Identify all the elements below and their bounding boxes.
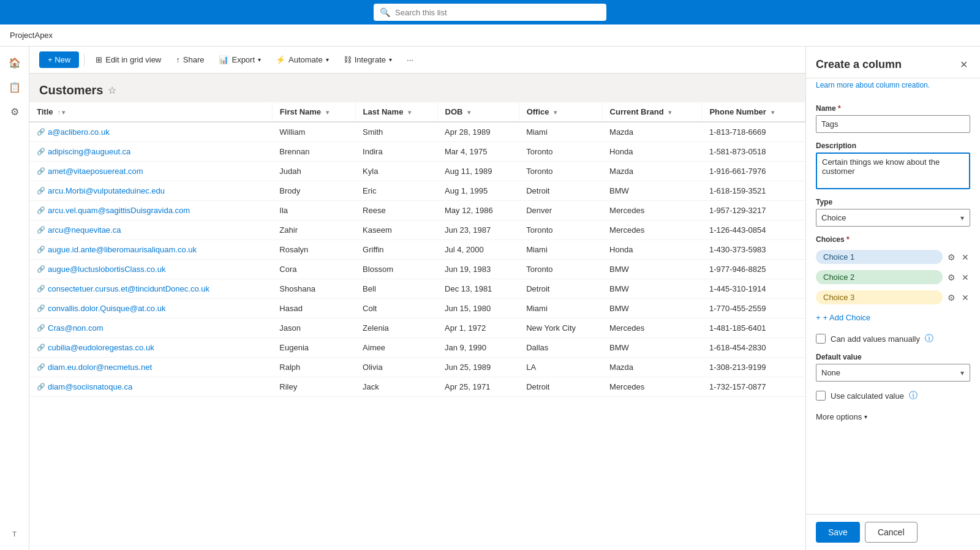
cancel-button[interactable]: Cancel — [865, 522, 918, 543]
title-link[interactable]: amet@vitaeposuereat.com — [48, 167, 143, 176]
search-input[interactable] — [395, 8, 600, 17]
col-phone-number[interactable]: Phone Number ▾ — [702, 102, 805, 122]
choice-settings-btn-1[interactable]: ⚙ — [946, 251, 957, 263]
export-button[interactable]: 📊 Export ▾ — [213, 51, 267, 68]
title-link[interactable]: augue.id.ante@liberomaurisaliquam.co.uk — [48, 245, 197, 254]
panel-close-button[interactable]: ✕ — [957, 56, 970, 73]
choice-input-2[interactable] — [816, 270, 943, 284]
table-container[interactable]: Title ↑▾ First Name ▾ Last Name ▾ DOB ▾ … — [29, 102, 805, 550]
content-area: + New ⊞ Edit in grid view ↑ Share 📊 Expo… — [29, 47, 805, 550]
sort-icon: ↑ — [58, 109, 61, 116]
choice-remove-btn-3[interactable]: ✕ — [960, 292, 970, 304]
cell-title: 🔗 augue.id.ante@liberomaurisaliquam.co.u… — [29, 240, 272, 260]
col-last-name[interactable]: Last Name ▾ — [355, 102, 437, 122]
cell-current-brand: Mercedes — [602, 201, 702, 220]
cell-office: Detroit — [519, 377, 602, 397]
title-link[interactable]: convallis.dolor.Quisque@at.co.uk — [48, 304, 165, 313]
sort-icon-fn: ▾ — [326, 109, 329, 116]
cell-office: LA — [519, 358, 602, 377]
row-link-icon: 🔗 — [37, 363, 45, 371]
cell-office: Dallas — [519, 338, 602, 358]
edit-grid-button[interactable]: ⊞ Edit in grid view — [89, 51, 167, 68]
sidebar-home-icon[interactable]: 🏠 — [4, 51, 26, 73]
table-row: 🔗 convallis.dolor.Quisque@at.co.uk Hasad… — [29, 299, 805, 318]
use-calculated-info-icon[interactable]: ⓘ — [909, 390, 918, 401]
title-link[interactable]: arcu.vel.quam@sagittisDuisgravida.com — [48, 206, 190, 215]
sidebar-template-icon[interactable]: T — [4, 523, 26, 545]
cell-first-name: Brody — [272, 181, 355, 201]
cell-title: 🔗 arcu.vel.quam@sagittisDuisgravida.com — [29, 201, 272, 220]
main-layout: 🏠 📋 ⚙ T + New ⊞ Edit in grid view ↑ Shar… — [0, 47, 980, 550]
cell-last-name: Olivia — [355, 358, 437, 377]
use-calculated-checkbox[interactable] — [816, 391, 826, 401]
panel-header: Create a column ✕ — [806, 47, 980, 78]
default-value-select[interactable]: None Choice 1 Choice 2 Choice 3 — [816, 364, 970, 382]
row-link-icon: 🔗 — [37, 265, 45, 273]
table-row: 🔗 Cras@non.com Jason Zelenia Apr 1, 1972… — [29, 318, 805, 338]
cell-phone-number: 1-481-185-6401 — [702, 318, 805, 338]
cell-current-brand: Honda — [602, 240, 702, 260]
automate-button[interactable]: ⚡ Automate ▾ — [270, 51, 335, 68]
table-row: 🔗 arcu.Morbi@vulputateduinec.edu Brody E… — [29, 181, 805, 201]
table-row: 🔗 diam.eu.dolor@necmetus.net Ralph Olivi… — [29, 358, 805, 377]
title-link[interactable]: a@aclibero.co.uk — [48, 127, 110, 137]
share-button[interactable]: ↑ Share — [170, 51, 210, 68]
title-link[interactable]: adipiscing@augueut.ca — [48, 147, 130, 156]
title-link[interactable]: diam@sociisnatoque.ca — [48, 382, 132, 391]
cell-phone-number: 1-916-661-7976 — [702, 162, 805, 181]
choice-remove-btn-1[interactable]: ✕ — [960, 251, 970, 263]
choice-remove-btn-2[interactable]: ✕ — [960, 271, 970, 284]
type-select[interactable]: Choice Text Number Date Yes/No Person Lo… — [816, 209, 970, 227]
sort-icon-dob: ▾ — [467, 109, 470, 116]
cell-dob: Apr 25, 1971 — [437, 377, 519, 397]
more-options-chevron-icon: ▾ — [864, 413, 867, 420]
title-link[interactable]: augue@luctuslobortisClass.co.uk — [48, 265, 165, 274]
description-textarea[interactable]: Certain things we know about the custome… — [816, 153, 970, 189]
project-name: ProjectApex — [10, 31, 53, 40]
title-link[interactable]: diam.eu.dolor@necmetus.net — [48, 363, 152, 372]
col-title[interactable]: Title ↑▾ — [29, 102, 272, 122]
cell-title: 🔗 cubilia@eudoloregestas.co.uk — [29, 338, 272, 358]
add-choice-button[interactable]: + + Add Choice — [816, 311, 970, 325]
choice-input-1[interactable] — [816, 250, 943, 264]
can-add-manually-info-icon[interactable]: ⓘ — [925, 333, 933, 344]
sidebar-settings-icon[interactable]: ⚙ — [4, 100, 26, 122]
more-toolbar-button[interactable]: ··· — [401, 51, 420, 68]
col-current-brand[interactable]: Current Brand ▾ — [602, 102, 702, 122]
title-link[interactable]: arcu@nequevitae.ca — [48, 225, 121, 235]
choice-input-3[interactable] — [816, 290, 943, 304]
search-bar[interactable]: 🔍 — [374, 4, 606, 21]
learn-more-link[interactable]: Learn more about column creation. — [806, 78, 980, 97]
favorite-star-icon[interactable]: ☆ — [108, 85, 116, 96]
integrate-button[interactable]: ⛓ Integrate ▾ — [337, 51, 398, 68]
title-link[interactable]: consectetuer.cursus.et@tinciduntDonec.co… — [48, 284, 209, 293]
more-options-button[interactable]: More options ▾ — [816, 410, 970, 424]
cell-phone-number: 1-581-873-0518 — [702, 142, 805, 162]
row-link-icon: 🔗 — [37, 344, 45, 352]
cell-dob: Jun 23, 1987 — [437, 220, 519, 240]
cell-last-name: Colt — [355, 299, 437, 318]
toolbar-divider-1 — [84, 54, 85, 66]
cell-last-name: Zelenia — [355, 318, 437, 338]
row-link-icon: 🔗 — [37, 167, 45, 175]
sidebar-list-icon[interactable]: 📋 — [4, 76, 26, 98]
new-button[interactable]: + New — [39, 51, 79, 68]
save-button[interactable]: Save — [816, 522, 860, 543]
can-add-manually-checkbox[interactable] — [816, 334, 826, 344]
title-link[interactable]: Cras@non.com — [48, 323, 104, 333]
sort-icon-office: ▾ — [554, 109, 557, 116]
choices-label: Choices * — [816, 235, 970, 244]
add-icon: + — [816, 313, 821, 322]
col-first-name[interactable]: First Name ▾ — [272, 102, 355, 122]
title-link[interactable]: cubilia@eudoloregestas.co.uk — [48, 343, 154, 352]
cell-dob: Jul 4, 2000 — [437, 240, 519, 260]
panel-body: Name * Description Certain things we kno… — [806, 97, 980, 514]
col-dob[interactable]: DOB ▾ — [437, 102, 519, 122]
cell-office: Denver — [519, 201, 602, 220]
row-link-icon: 🔗 — [37, 148, 45, 156]
choice-settings-btn-3[interactable]: ⚙ — [946, 292, 957, 304]
name-input[interactable] — [816, 115, 970, 133]
choice-settings-btn-2[interactable]: ⚙ — [946, 271, 957, 284]
col-office[interactable]: Office ▾ — [519, 102, 602, 122]
title-link[interactable]: arcu.Morbi@vulputateduinec.edu — [48, 186, 165, 195]
